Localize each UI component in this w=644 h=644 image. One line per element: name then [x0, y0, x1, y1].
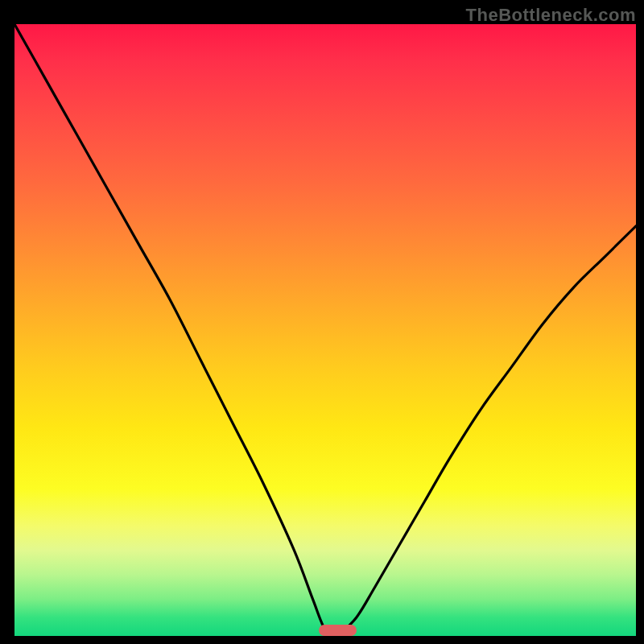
- right-curve-path: [337, 226, 636, 636]
- watermark-text: TheBottleneck.com: [466, 5, 636, 26]
- left-curve-path: [14, 24, 337, 636]
- stage: TheBottleneck.com: [0, 0, 644, 644]
- plot-area: [14, 24, 636, 636]
- bottleneck-marker: [319, 625, 356, 636]
- curves-svg: [14, 24, 636, 636]
